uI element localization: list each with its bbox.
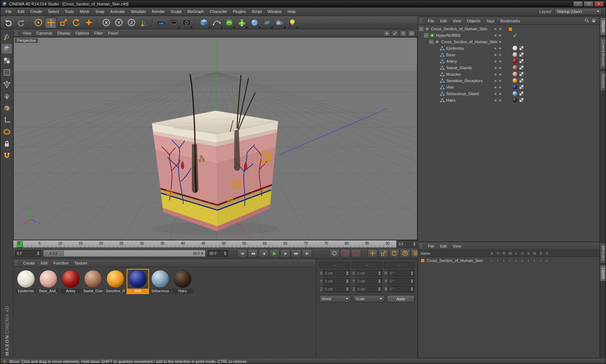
add-deformer-menu[interactable] [236, 17, 248, 28]
stepper[interactable] [378, 279, 381, 283]
scale-mode-select[interactable]: Scale [353, 295, 385, 302]
stepper[interactable] [224, 252, 226, 255]
visibility-dots[interactable] [494, 86, 501, 89]
menu-file[interactable]: File [3, 8, 15, 15]
live-selection-tool[interactable] [32, 17, 44, 28]
object-manager-menu-tags[interactable]: Tags [483, 18, 497, 24]
stepper[interactable] [411, 287, 413, 291]
texture-mode-button[interactable] [1, 55, 12, 66]
texture-tag-icon[interactable] [519, 59, 524, 63]
texture-tag-icon[interactable] [519, 65, 524, 70]
visibility-dots[interactable] [494, 60, 501, 63]
object-row-6-sweat_glands[interactable]: Sweat_Glands [418, 65, 600, 71]
layer-toggle-g[interactable]: ▪ [525, 259, 531, 262]
material-thumbnail[interactable] [513, 85, 517, 89]
view-rotate-icon[interactable] [400, 30, 407, 36]
material-thumbnail[interactable] [513, 59, 517, 63]
object-row-9-vein[interactable]: Vein [418, 84, 600, 90]
add-generator-menu[interactable] [223, 17, 235, 28]
snap-settings-button[interactable] [1, 150, 12, 161]
texture-tag-icon[interactable] [519, 72, 524, 76]
menu-snap[interactable]: Snap [92, 8, 107, 15]
viewport-canvas[interactable]: Y X Z [14, 37, 417, 240]
side-tab-structure[interactable]: Structure [600, 71, 606, 91]
visibility-dots[interactable] [494, 73, 501, 76]
stepper[interactable] [378, 271, 381, 275]
menu-mograph[interactable]: MoGraph [184, 8, 207, 15]
menu-character[interactable]: Character [207, 8, 230, 15]
timeline-slider-handle[interactable]: 0 F [44, 250, 64, 256]
visibility-dots[interactable] [494, 80, 501, 82]
object-manager-menu-file[interactable]: File [425, 18, 437, 24]
rotate-tool[interactable] [70, 17, 82, 28]
menu-tools[interactable]: Tools [62, 8, 77, 15]
side-tab-layers[interactable]: Layers [600, 265, 606, 281]
model-mode-button[interactable] [1, 43, 12, 54]
object-row-10-sebaceous_gland[interactable]: Sebaceous_Gland [418, 90, 600, 97]
object-row-3-epidermis[interactable]: Epidermis [418, 45, 600, 52]
timeline-slider[interactable]: 0 F 90 F [43, 250, 206, 257]
material-hairs[interactable]: Hairs [172, 270, 193, 293]
add-camera-menu[interactable] [273, 17, 286, 28]
redo-icon[interactable] [15, 17, 27, 28]
record-position-toggle[interactable] [368, 249, 378, 258]
maximize-button[interactable]: □ [584, 1, 593, 7]
menu-script[interactable]: Script [249, 8, 265, 15]
material-vein[interactable]: Vein [127, 270, 148, 293]
texture-tag-icon[interactable] [519, 78, 524, 83]
next-key-button[interactable]: ▶▶ [291, 249, 301, 258]
menu-sculpt[interactable]: Sculpt [168, 8, 185, 15]
record-keyframe-button[interactable] [329, 249, 339, 258]
viewport-menu-panel[interactable]: Panel [106, 30, 121, 36]
layer-toggle-x[interactable]: × [544, 259, 550, 262]
coordinate-field-z[interactable]: 0 cm [324, 286, 350, 292]
material-thumbnail[interactable] [513, 65, 517, 70]
menu-create[interactable]: Create [27, 8, 45, 15]
object-manager-menu-edit[interactable]: Edit [437, 18, 450, 24]
menu-help[interactable]: Help [285, 8, 299, 15]
layer-row[interactable]: Cross_Section_of_Human_Skin○▪▪▪▪▪▪▪▪× [418, 257, 600, 264]
layer-toggle-a[interactable]: ▪ [519, 259, 525, 262]
menu-edit[interactable]: Edit [15, 8, 27, 15]
coordinate-space-select[interactable]: World [319, 295, 351, 302]
material-sensitive_r[interactable]: Sensitive_R [105, 270, 126, 293]
material-thumbnail[interactable] [513, 72, 517, 76]
layer-chip[interactable] [508, 27, 513, 31]
menu-plugins[interactable]: Plugins [230, 8, 249, 15]
material-sebaceous[interactable]: Sebaceous [150, 270, 171, 293]
object-row-1-hypernurbs[interactable]: HyperNURBS [418, 32, 600, 39]
panel-drag-handle[interactable] [420, 18, 423, 23]
material-menu-function[interactable]: Function [50, 260, 71, 266]
side-tab-objects[interactable]: Objects [600, 17, 606, 35]
search-icon[interactable] [584, 18, 590, 23]
object-row-4-base[interactable]: Base [418, 52, 600, 58]
layer-menu-edit[interactable]: Edit [437, 243, 450, 249]
panel-drag-handle[interactable] [15, 31, 18, 36]
texture-tag-icon[interactable] [519, 98, 524, 102]
menu-simulate[interactable]: Simulate [128, 8, 149, 15]
coordinate-field-x[interactable]: 0 cm [356, 270, 382, 276]
menu-select[interactable]: Select [45, 8, 62, 15]
object-row-0-cross_section_of_human_skin[interactable]: Cross_Section_of_Human_Skin [418, 26, 600, 32]
material-sweat_glan[interactable]: Sweat_Glan [83, 270, 104, 293]
coordinate-field-b[interactable]: 0 ° [388, 286, 414, 292]
record-parameter-toggle[interactable]: P [400, 249, 410, 258]
view-pan-icon[interactable] [383, 30, 390, 36]
layer-menu-view[interactable]: View [450, 243, 464, 249]
expander-icon[interactable] [419, 27, 423, 31]
visibility-dots[interactable] [494, 47, 501, 50]
stepper[interactable] [346, 287, 348, 291]
object-row-11-hairs[interactable]: Hairs [418, 97, 600, 103]
coordinate-header-1[interactable]: -- [352, 262, 382, 268]
visibility-dots[interactable] [494, 34, 501, 37]
stepper[interactable] [346, 279, 348, 283]
coordinate-field-h[interactable]: 0 ° [388, 270, 414, 276]
frame-field[interactable]: 0 F [396, 240, 417, 248]
visibility-dots[interactable] [494, 41, 501, 43]
coordinate-header-2[interactable]: -- [384, 262, 414, 268]
material-menu-edit[interactable]: Edit [38, 260, 50, 266]
make-editable-button[interactable] [1, 31, 12, 42]
autokeying-button[interactable] [340, 249, 350, 258]
add-light-menu[interactable] [286, 17, 298, 28]
layout-select[interactable]: Startup (User) [554, 8, 602, 15]
